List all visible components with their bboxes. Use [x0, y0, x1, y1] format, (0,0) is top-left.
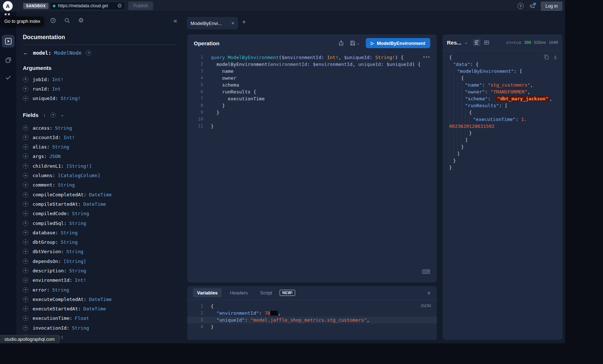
add-to-operation-icon[interactable]: +	[23, 135, 28, 140]
field-type-link[interactable]: String	[72, 211, 89, 216]
field-type-link[interactable]: DateTime	[83, 306, 106, 311]
code-line[interactable]: 3 name	[187, 68, 437, 75]
code-line[interactable]: 8 }	[187, 102, 437, 109]
argument-row[interactable]: +jobId:Int!	[23, 75, 176, 84]
code-line[interactable]: ]	[449, 137, 556, 143]
editor-overflow-menu-icon[interactable]: •••	[423, 54, 430, 60]
field-type-link[interactable]: JSON	[49, 154, 60, 159]
add-to-operation-icon[interactable]: +	[23, 277, 28, 283]
code-line[interactable]: 2 "environmentId": 78,	[187, 310, 437, 317]
field-row[interactable]: +dbtGroup:String	[23, 237, 176, 247]
add-to-operation-icon[interactable]: +	[23, 77, 28, 82]
add-to-operation-icon[interactable]: +	[23, 86, 28, 92]
code-line[interactable]: "owner": "TRANSFORMER",	[449, 88, 556, 95]
tab-variables[interactable]: Variables	[193, 288, 222, 297]
code-line[interactable]: }	[449, 130, 556, 137]
field-type-link[interactable]: String	[69, 268, 86, 273]
tab-modelbyenvironment[interactable]: ModelByEnvi... ×	[187, 17, 238, 29]
sort-icon[interactable]: ↓	[43, 112, 46, 118]
keyboard-shortcuts-icon[interactable]: ⌨	[422, 268, 430, 275]
graph-url-input[interactable]: https://metadata.cloud.get ⚙	[50, 2, 125, 10]
add-to-operation-icon[interactable]: +	[23, 325, 28, 331]
field-type-link[interactable]: String	[55, 125, 72, 131]
code-line[interactable]: 5 schema	[187, 81, 437, 88]
back-arrow-icon[interactable]: ←	[23, 50, 29, 56]
field-row[interactable]: +columns:[CatalogColumn]	[23, 171, 176, 180]
field-type-link[interactable]: Int!	[75, 277, 86, 283]
add-all-fields-icon[interactable]: +	[50, 112, 56, 118]
add-to-operation-icon[interactable]: +	[23, 230, 28, 235]
field-type-link[interactable]: DateTime	[83, 201, 106, 207]
download-icon[interactable]	[553, 54, 558, 60]
code-line[interactable]: 7 executionTime	[187, 95, 437, 102]
add-to-operation-icon[interactable]: +	[23, 249, 28, 254]
field-type-link[interactable]: String	[60, 239, 78, 245]
code-line[interactable]: "executionTime": 1.	[449, 116, 556, 123]
add-to-operation-icon[interactable]: +	[23, 125, 28, 131]
copy-icon[interactable]	[544, 54, 549, 60]
code-line[interactable]: {	[449, 109, 556, 116]
code-line[interactable]: 0023620128631592	[449, 123, 556, 130]
save-icon[interactable]: ⌄	[350, 40, 360, 46]
code-line[interactable]: }	[449, 143, 556, 150]
add-to-operation-icon[interactable]: +	[23, 182, 28, 188]
field-row[interactable]: +description:String	[23, 266, 176, 275]
field-type-link[interactable]: Int	[52, 86, 60, 92]
field-row[interactable]: +alias:String	[23, 142, 176, 151]
field-type-link[interactable]: [CatalogColumn]	[58, 173, 100, 178]
explorer-nav-icon[interactable]	[2, 35, 14, 47]
field-row[interactable]: +invocationId:String	[23, 323, 176, 332]
code-line[interactable]: }	[449, 157, 556, 164]
operation-editor[interactable]: 1query ModelByEnvironment($environmentId…	[187, 52, 437, 130]
run-operation-button[interactable]: ▷ ModelByEnvironment	[366, 38, 430, 48]
field-row[interactable]: +database:String	[23, 228, 176, 237]
code-line[interactable]: 10	[187, 116, 437, 123]
new-tab-icon[interactable]: +	[242, 18, 246, 26]
close-tab-icon[interactable]: ×	[229, 20, 234, 26]
save-caret-icon[interactable]: ⌄	[357, 41, 360, 46]
settings-gear-icon[interactable]: ⚙	[78, 17, 84, 24]
table-view-icon[interactable]	[483, 39, 490, 46]
add-to-operation-icon[interactable]: +	[23, 268, 28, 273]
field-row[interactable]: +compileStartedAt:DateTime	[23, 199, 176, 209]
code-line[interactable]: 4}	[187, 323, 437, 330]
code-line[interactable]: ]	[449, 150, 556, 157]
share-icon[interactable]	[338, 40, 344, 46]
field-row[interactable]: +accountId:Int!	[23, 133, 176, 142]
field-type-link[interactable]: String	[52, 287, 69, 293]
add-to-operation-icon[interactable]: +	[23, 154, 28, 159]
code-line[interactable]: 1query ModelByEnvironment($environmentId…	[187, 54, 437, 61]
field-row[interactable]: +dependsOn:[String]	[23, 256, 176, 266]
help-icon[interactable]: ?	[518, 3, 524, 9]
add-to-operation-icon[interactable]: +	[23, 211, 28, 216]
code-line[interactable]: 1{	[187, 303, 437, 310]
field-row[interactable]: +comment:String	[23, 180, 176, 190]
code-line[interactable]: }	[449, 164, 556, 171]
collapse-sidebar-icon[interactable]: «	[173, 17, 183, 24]
code-line[interactable]: "runResults": [	[449, 102, 556, 109]
field-type-link[interactable]: String	[58, 182, 75, 188]
code-line[interactable]: {	[449, 54, 556, 61]
code-line[interactable]: "modelByEnvironment": [	[449, 68, 556, 75]
field-row[interactable]: +args:JSON	[23, 152, 176, 161]
code-line[interactable]: 2 modelByEnvironment(environmentId: $env…	[187, 61, 437, 68]
field-type-link[interactable]: String	[60, 230, 78, 235]
field-type-link[interactable]: String	[72, 325, 89, 331]
formatted-view-icon[interactable]	[473, 39, 481, 46]
code-line[interactable]: 4 owner	[187, 75, 437, 81]
field-row[interactable]: +childrenL1:[String!]	[23, 161, 176, 171]
field-type-link[interactable]: [String!]	[66, 163, 92, 169]
add-to-operation-icon[interactable]: +	[23, 239, 28, 245]
field-row[interactable]: +executeCompletedAt:DateTime	[23, 294, 176, 304]
announcements-icon[interactable]	[529, 3, 535, 9]
field-type-link[interactable]: Int!	[63, 135, 75, 140]
add-to-operation-icon[interactable]: +	[23, 192, 28, 197]
tab-headers[interactable]: Headers	[226, 288, 252, 297]
code-line[interactable]: "data": {	[449, 61, 556, 68]
code-line[interactable]: 6 runResults {	[187, 88, 437, 95]
field-type-link[interactable]: String	[66, 249, 83, 254]
add-to-operation-icon[interactable]: +	[23, 315, 28, 321]
add-to-operation-icon[interactable]: +	[23, 163, 28, 169]
add-to-operation-icon[interactable]: +	[23, 201, 28, 207]
add-to-operation-icon[interactable]: +	[23, 259, 28, 264]
